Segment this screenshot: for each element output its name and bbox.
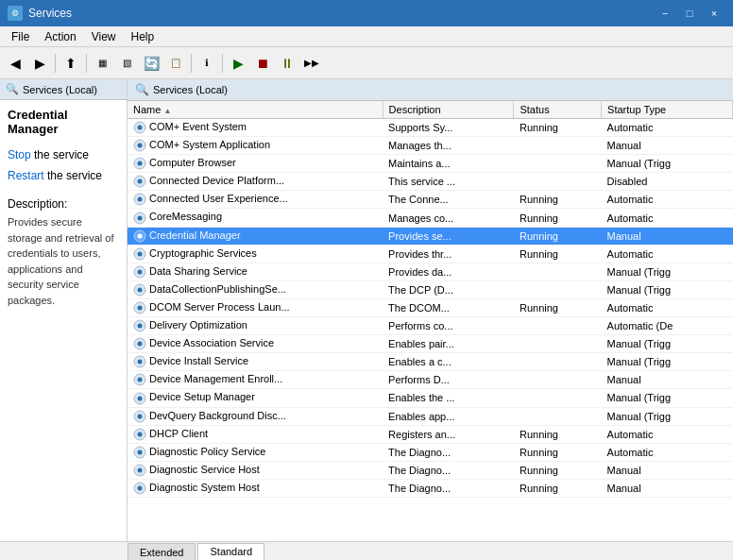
show-hide-console-button[interactable]: ▦ — [91, 52, 113, 75]
table-row[interactable]: DataCollectionPublishingSe...The DCP (D.… — [128, 280, 733, 298]
title-bar-text: Services — [28, 7, 72, 20]
table-row[interactable]: Connected Device Platform...This service… — [128, 173, 733, 191]
tab-extended[interactable]: Extended — [128, 543, 196, 560]
table-row[interactable]: COM+ Event SystemSupports Sy...RunningAu… — [128, 119, 733, 137]
table-row[interactable]: DCOM Server Process Laun...The DCOM...Ru… — [128, 298, 733, 316]
table-row[interactable]: Diagnostic Service HostThe Diagno...Runn… — [128, 461, 733, 479]
menu-help[interactable]: Help — [124, 26, 162, 47]
play-button[interactable]: ▶ — [227, 52, 249, 75]
table-row[interactable]: Credential ManagerProvides se...RunningM… — [128, 227, 733, 245]
col-header-status[interactable]: Status — [514, 101, 602, 119]
svg-point-37 — [138, 450, 143, 454]
pause-button[interactable]: ⏸ — [276, 52, 298, 75]
service-startup-cell: Automatic — [602, 425, 733, 443]
table-row[interactable]: Cryptographic ServicesProvides thr...Run… — [128, 245, 733, 263]
table-row[interactable]: Device Setup ManagerEnables the ...Manua… — [128, 389, 733, 407]
menu-file[interactable]: File — [4, 26, 37, 47]
service-description-cell: Enables app... — [383, 407, 514, 425]
service-name-cell: CoreMessaging — [128, 209, 383, 227]
service-startup-cell: Manual (Trigg — [602, 155, 733, 173]
title-bar: ⚙ Services − □ × — [0, 0, 733, 26]
left-panel-header: 🔍 Services (Local) — [0, 79, 127, 100]
forward-button[interactable]: ▶ — [28, 52, 51, 75]
service-icon — [133, 175, 146, 188]
toolbar-separator-2 — [86, 54, 87, 73]
table-row[interactable]: Connected User Experience...The Conne...… — [128, 191, 733, 209]
back-button[interactable]: ◀ — [4, 52, 26, 75]
table-row[interactable]: Delivery OptimizationPerforms co...Autom… — [128, 317, 733, 335]
table-row[interactable]: Device Management Enroll...Performs D...… — [128, 371, 733, 389]
table-row[interactable]: CoreMessagingManages co...RunningAutomat… — [128, 209, 733, 227]
service-name-text: Computer Browser — [149, 157, 236, 168]
maximize-button[interactable]: □ — [678, 4, 701, 23]
service-status-cell — [514, 389, 602, 407]
svg-point-41 — [138, 485, 143, 490]
stop-service-link[interactable]: Stop — [8, 148, 31, 161]
left-panel: 🔍 Services (Local) Credential Manager St… — [0, 79, 128, 541]
service-name-cell: Cryptographic Services — [128, 245, 383, 263]
toolbar-separator-4 — [222, 54, 223, 73]
service-icon — [133, 301, 146, 314]
menu-action[interactable]: Action — [37, 26, 83, 47]
service-name-cell: Connected Device Platform... — [128, 173, 383, 191]
service-name-text: Diagnostic Service Host — [149, 464, 260, 475]
service-icon — [133, 392, 146, 405]
service-status-cell — [514, 263, 602, 280]
show-tree-button[interactable]: ▧ — [115, 52, 138, 75]
service-startup-cell: Manual — [602, 479, 733, 497]
service-description-cell: The Diagno... — [383, 461, 514, 479]
service-status-cell: Running — [514, 443, 602, 461]
services-table-container[interactable]: Name ▲ Description Status Startup Type C… — [128, 101, 733, 541]
restart-service-link[interactable]: Restart — [8, 169, 44, 182]
table-row[interactable]: Diagnostic Policy ServiceThe Diagno...Ru… — [128, 443, 733, 461]
table-row[interactable]: Diagnostic System HostThe Diagno...Runni… — [128, 479, 733, 497]
service-name-text: DHCP Client — [149, 428, 208, 439]
col-header-name[interactable]: Name ▲ — [128, 101, 383, 119]
col-header-description[interactable]: Description — [383, 101, 514, 119]
table-row[interactable]: DevQuery Background Disc...Enables app..… — [128, 407, 733, 425]
service-startup-cell: Automatic — [602, 191, 733, 209]
up-button[interactable]: ⬆ — [60, 52, 82, 75]
table-row[interactable]: Computer BrowserMaintains a...Manual (Tr… — [128, 155, 733, 173]
stop-button[interactable]: ⏹ — [251, 52, 274, 75]
service-description-cell: Performs co... — [383, 317, 514, 335]
svg-point-31 — [138, 396, 143, 400]
left-panel-title: Services (Local) — [23, 84, 97, 95]
table-row[interactable]: Device Install ServiceEnables a c...Manu… — [128, 353, 733, 371]
app-icon: ⚙ — [8, 6, 23, 21]
close-button[interactable]: × — [703, 4, 725, 23]
table-row[interactable]: DHCP ClientRegisters an...RunningAutomat… — [128, 425, 733, 443]
service-icon — [133, 283, 146, 297]
table-row[interactable]: Device Association ServiceEnables pair..… — [128, 335, 733, 353]
service-description-cell: Provides se... — [383, 227, 514, 245]
col-header-startup[interactable]: Startup Type — [602, 101, 733, 119]
service-icon — [133, 193, 146, 206]
minimize-button[interactable]: − — [654, 4, 676, 23]
service-icon — [133, 229, 146, 243]
service-status-cell: Running — [514, 298, 602, 316]
table-row[interactable]: Data Sharing ServiceProvides da...Manual… — [128, 263, 733, 280]
service-name-text: Device Management Enroll... — [149, 373, 282, 384]
service-name-cell: DataCollectionPublishingSe... — [128, 280, 383, 298]
service-name-cell: Diagnostic System Host — [128, 479, 383, 497]
service-icon — [133, 482, 146, 495]
service-status-cell: Running — [514, 119, 602, 137]
service-icon — [133, 410, 146, 423]
service-startup-cell: Manual — [602, 137, 733, 155]
table-row[interactable]: COM+ System ApplicationManages th...Manu… — [128, 137, 733, 155]
menu-view[interactable]: View — [84, 26, 124, 47]
title-bar-left: ⚙ Services — [8, 6, 72, 21]
export-button[interactable]: 📋 — [164, 52, 187, 75]
service-description-cell: The DCP (D... — [383, 280, 514, 298]
refresh-button[interactable]: 🔄 — [140, 52, 162, 75]
tab-standard[interactable]: Standard — [197, 543, 264, 560]
service-description-cell: Provides da... — [383, 263, 514, 280]
restart-button[interactable]: ▶▶ — [300, 52, 323, 75]
service-startup-cell: Automatic — [602, 119, 733, 137]
menu-bar: File Action View Help — [0, 26, 733, 47]
svg-point-9 — [138, 197, 143, 202]
service-name-cell: Data Sharing Service — [128, 263, 383, 280]
right-panel-title: Services (Local) — [153, 84, 228, 95]
service-name-text: Cryptographic Services — [149, 247, 257, 259]
properties-button[interactable]: ℹ — [196, 52, 218, 75]
